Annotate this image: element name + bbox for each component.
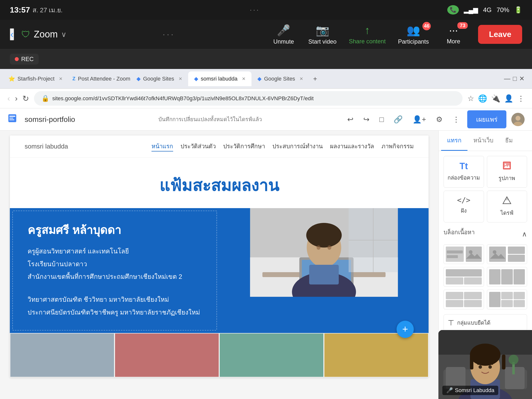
undo-button[interactable]: ↩ — [345, 113, 356, 126]
three-dots-center-icon: ··· — [163, 30, 175, 39]
tab-starfish-close-button[interactable]: ✕ — [59, 76, 63, 82]
participants-badge: 46 — [422, 22, 431, 30]
starfish-favicon-icon: ⭐ — [8, 76, 15, 82]
teacher-info-col: ครูสมศรี หล้าบุดดา ครูผู้สอนวิทยาศาสตร์ … — [12, 211, 217, 331]
translate-icon[interactable]: 🌐 — [478, 94, 487, 103]
layout-collapse-button[interactable]: ∧ — [522, 230, 527, 238]
nav-education[interactable]: ประวัติการศึกษา — [223, 141, 265, 151]
publish-button[interactable]: เผยแพร่ — [467, 110, 506, 128]
tab-insert[interactable]: แทรก — [441, 131, 467, 151]
forward-nav-button[interactable]: › — [15, 94, 18, 103]
link-button[interactable]: 🔗 — [391, 113, 405, 126]
video-person: 🎤 Somsri Labudda — [438, 330, 532, 399]
share-label: Share content — [349, 38, 385, 45]
layout-three-col[interactable] — [487, 267, 527, 287]
svg-rect-1 — [9, 116, 15, 117]
tab-post-label: Post Attendee - Zoom — [78, 76, 130, 82]
address-input[interactable]: 🔒 sites.google.com/d/1vvSDTKllrYwdi46t7o… — [34, 91, 463, 106]
back-nav-button[interactable]: ‹ — [7, 94, 10, 103]
minimize-button[interactable]: — — [504, 75, 510, 83]
sites-favicon-1-icon: ◆ — [136, 76, 141, 82]
teacher-name: ครูสมศรี หล้าบุดดา — [28, 221, 202, 239]
teacher-edu1-text: วิทยาศาสตรบัณฑิต ชีววิทยา มหาวิทยาลัยเชี… — [28, 295, 202, 305]
svg-point-5 — [515, 116, 520, 121]
participants-label: Participants — [398, 38, 429, 45]
start-video-button[interactable]: 📷 Start video — [308, 24, 337, 45]
insert-drive-button[interactable]: ไดรฟ์ — [487, 191, 527, 222]
tab-post-attendee[interactable]: Z Post Attendee - Zoom ✕ — [66, 71, 131, 86]
site-preview: somsri labudda หน้าแรก ประวัติส่วนตัว ปร… — [10, 135, 429, 377]
tab-pages[interactable]: หน้าเว็บ — [467, 131, 499, 151]
teacher-office-text: สำนักงานเขตพื้นที่การศึกษาประถมศึกษาเชีย… — [28, 272, 202, 282]
more-badge: 73 — [457, 22, 468, 29]
layout-two-images[interactable] — [487, 244, 527, 264]
tab-google-sites-1[interactable]: ◆ Google Sites ✕ — [131, 71, 188, 86]
close-window-button[interactable]: ✕ — [519, 75, 525, 83]
svg-point-39 — [509, 355, 518, 365]
preview-button[interactable]: □ — [377, 113, 386, 126]
settings-button[interactable]: ⚙ — [433, 113, 445, 126]
layout-grid-four[interactable] — [444, 290, 484, 309]
tab-sites1-close-button[interactable]: ✕ — [179, 76, 182, 82]
panel-tabs: แทรก หน้าเว็บ ธีม — [439, 131, 532, 151]
tab-sites2-close-button[interactable]: ✕ — [299, 76, 303, 82]
tab-themes[interactable]: ธีม — [499, 131, 519, 151]
nav-home[interactable]: หน้าแรก — [151, 141, 173, 151]
layout-stacked[interactable] — [444, 267, 484, 287]
textbox-icon: Tt — [460, 161, 468, 171]
browser-tabs: ⭐ Starfish-Project ✕ Z Post Attendee - Z… — [0, 69, 532, 89]
drive-label: ไดรฟ์ — [500, 209, 514, 217]
more-button[interactable]: ··· 73 More — [441, 24, 466, 45]
back-button[interactable]: ‹ — [10, 28, 14, 40]
sites-save-status: บันทึกการเปลี่ยนแปลงทั้งหมดไว้ในไดรฟ์แล้… — [80, 115, 340, 124]
profile-icon[interactable]: 👤 — [504, 94, 513, 103]
three-dots-icon: ··· — [250, 6, 260, 14]
participants-button[interactable]: 👥 46 Participants — [398, 24, 429, 45]
thumbnail-row — [10, 333, 429, 377]
menu-button[interactable]: ⋮ — [517, 94, 525, 103]
redo-button[interactable]: ↪ — [361, 113, 372, 126]
start-video-label: Start video — [308, 38, 337, 45]
reload-button[interactable]: ↻ — [22, 94, 29, 103]
unmute-button[interactable]: 🎤 Unmute — [271, 24, 296, 45]
video-icon: 📷 — [316, 24, 329, 37]
svg-point-16 — [328, 245, 332, 250]
nav-personal[interactable]: ประวัติส่วนตัว — [181, 141, 216, 151]
drive-icon — [502, 196, 511, 207]
lock-icon: 🔒 — [41, 95, 49, 102]
svg-point-44 — [470, 344, 500, 366]
rec-label: REC — [21, 56, 34, 63]
add-content-button[interactable]: + — [397, 321, 414, 338]
tab-somsri-close-button[interactable]: ✕ — [242, 76, 246, 82]
insert-embed-button[interactable]: </> ฝัง — [444, 191, 484, 222]
tab-starfish[interactable]: ⭐ Starfish-Project ✕ — [2, 71, 66, 86]
nav-activities[interactable]: ภาพกิจกรรม — [382, 141, 414, 151]
maximize-button[interactable]: □ — [513, 75, 517, 83]
user-avatar[interactable] — [511, 113, 525, 126]
insert-textbox-button[interactable]: Tt กล่องข้อความ — [444, 156, 484, 188]
nav-experience[interactable]: ประสบการณ์ทำงาน — [272, 141, 323, 151]
bookmark-icon[interactable]: ☆ — [467, 94, 474, 103]
align-section[interactable]: ⊤ กลุ่มแบบยืดได้ — [444, 314, 527, 331]
tab-somsri[interactable]: ◆ somsri labudda ✕ — [188, 71, 251, 86]
nav-awards[interactable]: ผลงานและรางวัล — [330, 141, 374, 151]
insert-image-button[interactable]: รูปภาพ — [487, 156, 527, 188]
teacher-edu2-text: ประกาศนียบัตรบัณฑิตวิชาชีพครู มหาวิทยาลั… — [28, 307, 202, 318]
leave-button[interactable]: Leave — [478, 25, 522, 44]
new-tab-button[interactable]: + — [309, 75, 321, 83]
add-user-button[interactable]: 👤+ — [410, 113, 429, 126]
signal-bars-icon: ▂▄▆ — [464, 6, 478, 14]
unmute-icon: 🎤 — [277, 24, 290, 37]
extension-icon[interactable]: 🔌 — [491, 94, 500, 103]
more-options-button[interactable]: ⋮ — [450, 113, 462, 126]
zoom-app-name: Zoom — [34, 29, 58, 40]
layout-text-image[interactable] — [444, 244, 484, 264]
video-participant-name: Somsri Labudda — [455, 387, 494, 394]
rec-bar: REC — [0, 49, 532, 69]
window-controls: — □ ✕ — [499, 75, 530, 83]
rec-dot-icon — [15, 57, 19, 61]
share-content-button[interactable]: ↑ Share content — [349, 24, 385, 45]
tab-google-sites-2[interactable]: ◆ Google Sites ✕ — [251, 71, 309, 86]
layout-mixed[interactable] — [487, 290, 527, 309]
zoom-controls: 🎤 Unmute 📷 Start video ↑ Share content 👥… — [271, 24, 522, 45]
